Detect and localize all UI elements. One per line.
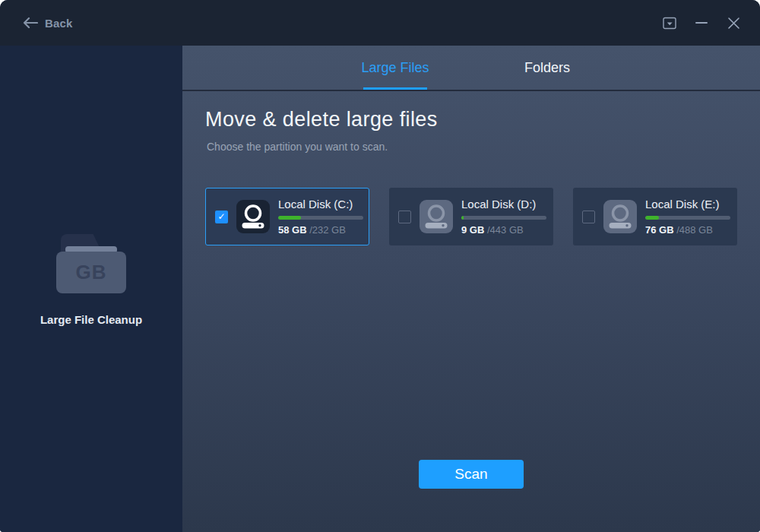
tab-bar: Large Files Folders (182, 46, 760, 91)
close-icon (727, 17, 740, 30)
partition-name: Local Disk (C:) (278, 198, 363, 210)
usage-bar (645, 216, 730, 220)
close-button[interactable] (722, 11, 745, 34)
usage-bar (461, 216, 546, 220)
back-button[interactable]: Back (23, 0, 73, 46)
hard-disk-icon (603, 199, 638, 234)
partition-card-e[interactable]: Local Disk (E:) 76 GB /488 GB (573, 188, 737, 245)
tab-large-files[interactable]: Large Files (319, 46, 471, 90)
partition-card-d[interactable]: Local Disk (D:) 9 GB /443 GB (389, 188, 553, 245)
hard-disk-icon (236, 199, 271, 234)
content: Move & delete large files Choose the par… (182, 91, 760, 245)
minimize-to-tray-button[interactable] (658, 11, 681, 34)
partition-name: Local Disk (D:) (461, 198, 546, 210)
partition-checkbox[interactable] (215, 211, 228, 223)
hard-disk-icon (419, 199, 454, 234)
large-file-folder-icon: GB (56, 234, 126, 293)
tab-folders[interactable]: Folders (471, 46, 623, 90)
window-controls (658, 0, 745, 46)
sidebar-item-large-file-cleanup[interactable]: GB Large File Cleanup (0, 234, 182, 326)
partition-checkbox[interactable] (398, 211, 411, 223)
folder-icon-text: GB (76, 261, 107, 284)
partition-list: Local Disk (C:) 58 GB /232 GB (205, 188, 760, 245)
main-panel: Large Files Folders Move & delete large … (182, 46, 760, 532)
minimize-icon (695, 21, 708, 24)
titlebar: Back (0, 0, 760, 46)
page-subtitle: Choose the partition you want to scan. (207, 141, 760, 153)
minimize-button[interactable] (690, 11, 713, 34)
usage-text: 58 GB /232 GB (278, 225, 363, 235)
page-title: Move & delete large files (205, 108, 760, 131)
partition-checkbox[interactable] (582, 211, 595, 223)
partition-card-c[interactable]: Local Disk (C:) 58 GB /232 GB (205, 188, 369, 245)
usage-bar (278, 216, 363, 220)
tray-arrow-icon (663, 17, 677, 30)
scan-button[interactable]: Scan (419, 460, 524, 489)
back-label: Back (45, 17, 73, 30)
app-window: Back (0, 0, 760, 532)
usage-text: 9 GB /443 GB (461, 225, 546, 235)
sidebar-item-label: Large File Cleanup (40, 313, 142, 326)
partition-name: Local Disk (E:) (645, 198, 730, 210)
arrow-left-icon (23, 17, 38, 29)
sidebar: GB Large File Cleanup (0, 46, 182, 532)
usage-text: 76 GB /488 GB (645, 225, 730, 235)
